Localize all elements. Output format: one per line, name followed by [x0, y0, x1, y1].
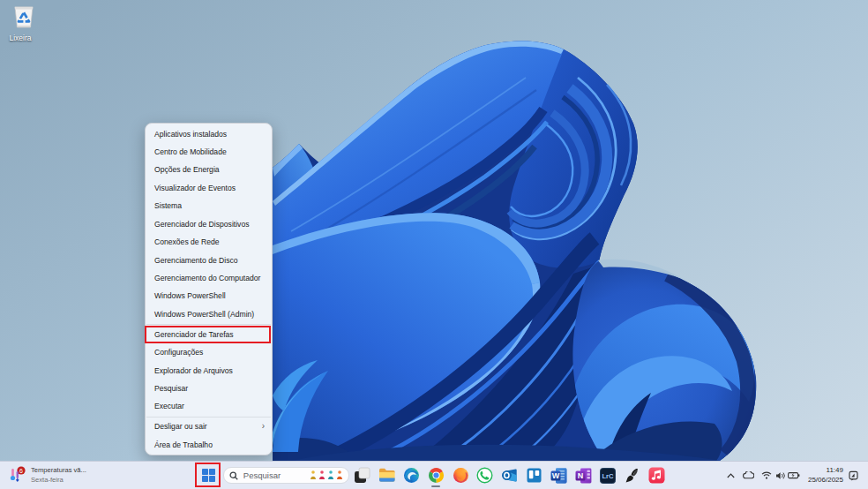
- svg-text:N: N: [578, 471, 584, 480]
- svg-text:LrC: LrC: [602, 472, 615, 480]
- svg-text:6: 6: [19, 468, 23, 474]
- svg-text:W: W: [552, 471, 560, 480]
